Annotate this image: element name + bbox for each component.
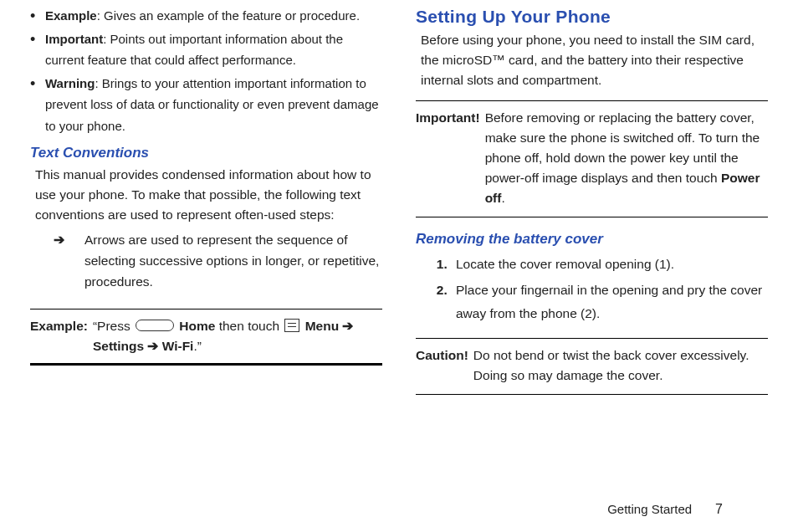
home-button-icon	[136, 320, 174, 331]
right-column: Setting Up Your Phone Before using your …	[416, 5, 768, 485]
arrow-description: Arrows are used to represent the sequenc…	[84, 230, 382, 292]
footer-section: Getting Started	[607, 502, 692, 516]
left-column: Example: Gives an example of the feature…	[30, 5, 382, 485]
steps-list: Locate the cover removal opening (1). Pl…	[416, 253, 768, 326]
example-label: Example:	[30, 316, 93, 356]
arrow-icon: ➔	[54, 230, 64, 292]
list-item: Warning: Brings to your attention import…	[30, 73, 382, 137]
step-item: Place your fingernail in the opening and…	[451, 279, 768, 326]
caution-callout: Caution! Do not bend or twist the back c…	[416, 338, 768, 395]
subheading-remove-cover: Removing the battery cover	[416, 231, 768, 248]
important-body-2: .	[501, 191, 504, 205]
important-body-1: Before removing or replacing the battery…	[485, 110, 760, 185]
section-heading: Setting Up Your Phone	[416, 7, 768, 27]
example-callout: Example: “Press Home then touch Menu ➔ S…	[30, 309, 382, 366]
def-warning: : Brings to your attention important inf…	[45, 76, 379, 133]
list-item: Important: Points out important informat…	[30, 28, 382, 71]
text-conventions-body: This manual provides condensed informati…	[30, 165, 382, 225]
page-footer: Getting Started 7	[607, 502, 723, 517]
example-text-pre: “Press	[93, 319, 134, 333]
important-callout: Important! Before removing or replacing …	[416, 100, 768, 217]
def-example: : Gives an example of the feature or pro…	[97, 8, 360, 23]
step-item: Locate the cover removal opening (1).	[451, 253, 768, 277]
term-warning: Warning	[45, 76, 95, 90]
caution-body: Do not bend or twist the back cover exce…	[473, 345, 768, 386]
example-text-mid: then touch	[215, 319, 283, 333]
term-important: Important	[45, 32, 103, 46]
definition-list: Example: Gives an example of the feature…	[30, 5, 382, 136]
section-intro: Before using your phone, you need to ins…	[416, 30, 768, 90]
example-content: “Press Home then touch Menu ➔ Settings ➔…	[93, 316, 382, 356]
footer-page-number: 7	[715, 502, 723, 517]
term-example: Example	[45, 8, 97, 23]
example-text-post: .”	[193, 339, 201, 353]
list-item: Example: Gives an example of the feature…	[30, 5, 382, 27]
example-home: Home	[176, 319, 215, 333]
page-content: Example: Gives an example of the feature…	[0, 0, 798, 485]
caution-label: Caution!	[416, 345, 473, 386]
menu-icon	[284, 319, 299, 332]
text-conventions-heading: Text Conventions	[30, 145, 382, 161]
important-label: Important!	[416, 108, 485, 208]
arrow-convention-row: ➔ Arrows are used to represent the seque…	[30, 230, 382, 292]
important-content: Before removing or replacing the battery…	[485, 108, 768, 208]
